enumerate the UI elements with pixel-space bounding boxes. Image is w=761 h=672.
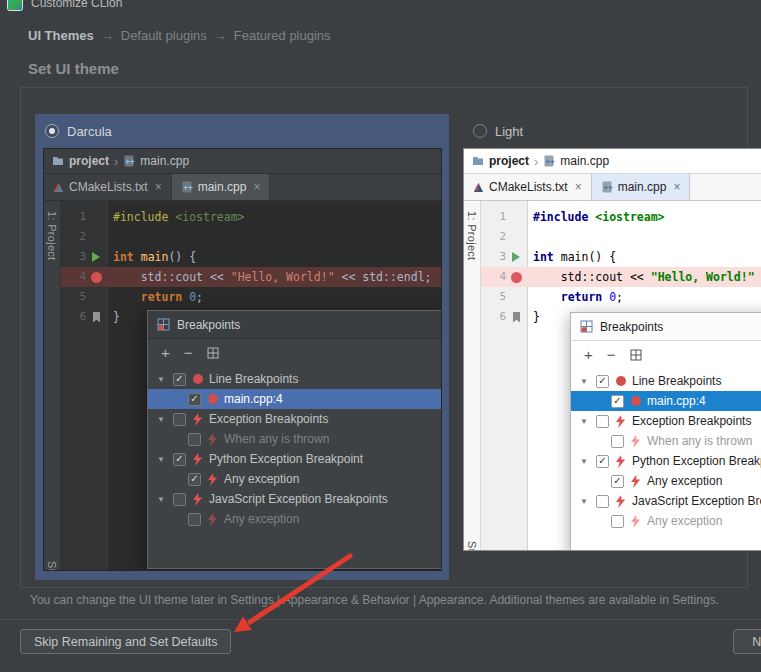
cpp-file-icon: ++ — [601, 181, 613, 193]
breakpoint-tree-item[interactable]: ▼JavaScript Exception Breakpoints — [148, 489, 441, 509]
darcula-radio-row[interactable]: Darcula — [45, 122, 112, 140]
breakpoint-tree-item[interactable]: ▼JavaScript Exception Breakpoints — [571, 491, 761, 511]
checkbox[interactable] — [611, 515, 624, 528]
code-line: 4 std::cout << "Hello, World!" << std::e… — [61, 267, 441, 287]
close-icon[interactable]: × — [253, 180, 260, 194]
line-number: 3 — [488, 247, 506, 267]
tab-maincpp[interactable]: ++ main.cpp × — [592, 174, 691, 200]
run-icon[interactable] — [512, 252, 520, 262]
breakpoint-tree-item[interactable]: ✓main.cpp:4 — [571, 391, 761, 411]
exception-lightning-icon — [191, 413, 204, 426]
popup-title-text: Breakpoints — [177, 318, 240, 332]
breadcrumb-project[interactable]: project — [69, 154, 109, 168]
tab-cmakelists[interactable]: CMakeLists.txt × — [464, 174, 592, 200]
expand-arrow-icon[interactable]: ▼ — [577, 377, 591, 386]
checkbox[interactable]: ✓ — [188, 473, 201, 486]
tree-item-label: JavaScript Exception Breakpoints — [632, 494, 761, 508]
expand-arrow-icon[interactable]: ▼ — [154, 375, 168, 384]
tree-item-label: Any exception — [647, 474, 722, 488]
folder-icon — [472, 156, 484, 166]
footer-hint: You can change the UI theme later in Set… — [30, 593, 761, 607]
checkbox[interactable] — [188, 513, 201, 526]
breakpoints-dialog-icon — [580, 320, 593, 333]
line-number: 2 — [68, 227, 86, 247]
breakpoint-tree-item[interactable]: ✓Any exception — [571, 471, 761, 491]
breadcrumb-file[interactable]: main.cpp — [140, 154, 189, 168]
group-by-grid-icon[interactable] — [207, 347, 219, 359]
skip-defaults-button[interactable]: Skip Remaining and Set Defaults — [20, 629, 231, 654]
line-number: 6 — [488, 307, 506, 327]
close-icon[interactable]: × — [575, 180, 582, 194]
expand-arrow-icon[interactable]: ▼ — [154, 455, 168, 464]
expand-arrow-icon[interactable]: ▼ — [577, 457, 591, 466]
add-icon[interactable]: + — [584, 347, 593, 362]
checkbox[interactable] — [173, 413, 186, 426]
tab-cmakelists[interactable]: CMakeLists.txt × — [44, 174, 172, 200]
breadcrumb-arrow: → — [101, 28, 114, 43]
breakpoint-tree-item[interactable]: When any is thrown — [571, 431, 761, 451]
darcula-ide-preview: project › ++ main.cpp CMakeLists.txt × +… — [43, 148, 442, 571]
close-icon[interactable]: × — [155, 180, 162, 194]
next-button[interactable]: Next — [733, 629, 761, 654]
tab-maincpp[interactable]: ++ main.cpp × — [172, 174, 271, 200]
tab-label: CMakeLists.txt — [489, 180, 568, 194]
checkbox[interactable]: ✓ — [611, 475, 624, 488]
exception-lightning-icon — [206, 433, 219, 446]
breakpoint-tree-item[interactable]: ✓Any exception — [148, 469, 441, 489]
remove-icon[interactable]: − — [607, 347, 616, 362]
breadcrumb-project[interactable]: project — [489, 154, 529, 168]
breakpoint-tree-item[interactable]: ▼✓Line Breakpoints — [148, 369, 441, 389]
theme-option-darcula[interactable]: Darcula project › ++ main.cpp CMakeLists… — [35, 114, 449, 580]
close-icon[interactable]: × — [673, 180, 680, 194]
checkbox[interactable]: ✓ — [611, 395, 624, 408]
breakpoints-popup-title: Breakpoints — [148, 311, 441, 339]
expand-arrow-icon[interactable]: ▼ — [154, 415, 168, 424]
breakpoint-icon[interactable] — [511, 272, 522, 283]
breakpoint-tree-item[interactable]: ▼Exception Breakpoints — [571, 411, 761, 431]
checkbox[interactable] — [173, 493, 186, 506]
tool-button-project[interactable]: 1: Project — [466, 211, 478, 260]
breakpoint-tree-item[interactable]: When any is thrown — [148, 429, 441, 449]
add-icon[interactable]: + — [161, 345, 170, 360]
exception-lightning-icon — [614, 455, 627, 468]
breakpoint-tree-item[interactable]: ▼✓Python Exception Breakpoint — [148, 449, 441, 469]
expand-arrow-icon[interactable]: ▼ — [154, 495, 168, 504]
checkbox[interactable] — [611, 435, 624, 448]
remove-icon[interactable]: − — [184, 345, 193, 360]
bookmark-icon — [508, 312, 524, 323]
light-radio-label: Light — [495, 124, 523, 139]
theme-option-light[interactable]: Light project › ++ main.cpp CMakeLists.t… — [463, 114, 761, 554]
tree-item-label: Line Breakpoints — [632, 374, 721, 388]
checkbox[interactable]: ✓ — [173, 453, 186, 466]
tool-button-structure[interactable]: Structure — [466, 541, 478, 550]
breakpoint-tree-item[interactable]: ✓main.cpp:4 — [148, 389, 441, 409]
line-number: 4 — [488, 267, 506, 287]
tool-button-structure[interactable]: Structure — [46, 561, 58, 570]
exception-lightning-icon — [629, 515, 642, 528]
expand-arrow-icon[interactable]: ▼ — [577, 417, 591, 426]
checkbox[interactable] — [596, 415, 609, 428]
checkbox[interactable] — [596, 495, 609, 508]
light-radio-row[interactable]: Light — [473, 122, 523, 140]
breakpoint-tree-item[interactable]: Any exception — [148, 509, 441, 529]
checkbox[interactable]: ✓ — [596, 455, 609, 468]
run-icon[interactable] — [92, 252, 100, 262]
breakpoint-tree-item[interactable]: ▼✓Line Breakpoints — [571, 371, 761, 391]
checkbox[interactable]: ✓ — [188, 393, 201, 406]
exception-lightning-icon — [629, 435, 642, 448]
line-number: 1 — [488, 207, 506, 227]
checkbox[interactable]: ✓ — [173, 373, 186, 386]
tool-button-project[interactable]: 1: Project — [46, 211, 58, 260]
breakpoint-tree-item[interactable]: ▼✓Python Exception Breakpoint — [571, 451, 761, 471]
light-radio[interactable] — [473, 124, 487, 138]
group-by-grid-icon[interactable] — [630, 349, 642, 361]
darcula-radio[interactable] — [45, 124, 59, 138]
breakpoint-icon[interactable] — [91, 272, 102, 283]
breakpoint-tree-item[interactable]: ▼Exception Breakpoints — [148, 409, 441, 429]
breakpoint-tree-item[interactable]: Any exception — [571, 511, 761, 531]
expand-arrow-icon[interactable]: ▼ — [577, 497, 591, 506]
breadcrumb-file[interactable]: main.cpp — [560, 154, 609, 168]
checkbox[interactable]: ✓ — [596, 375, 609, 388]
line-number: 2 — [488, 227, 506, 247]
checkbox[interactable] — [188, 433, 201, 446]
